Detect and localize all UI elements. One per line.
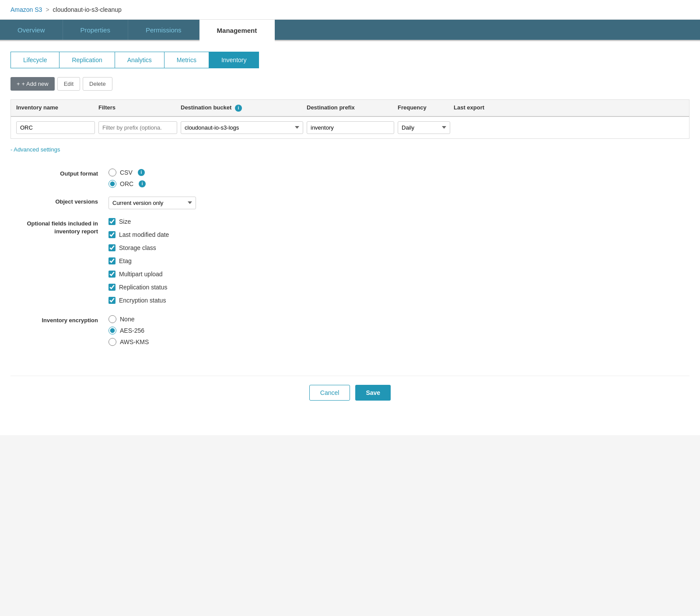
encryption-awskms-option[interactable]: AWS-KMS bbox=[108, 338, 690, 346]
field-encryption-status-option[interactable]: Encryption status bbox=[108, 297, 690, 304]
output-format-csv-radio[interactable] bbox=[108, 169, 116, 176]
advanced-settings-toggle[interactable]: - Advanced settings bbox=[10, 146, 60, 153]
field-etag-checkbox[interactable] bbox=[108, 257, 116, 264]
encryption-aes256-radio[interactable] bbox=[108, 327, 116, 334]
object-versions-select[interactable]: Current version only All versions bbox=[108, 197, 196, 209]
object-versions-label: Object versions bbox=[10, 197, 98, 205]
output-format-orc-option[interactable]: ORC i bbox=[108, 180, 690, 188]
destination-bucket-cell: cloudonaut-io-s3-logs bbox=[181, 121, 303, 134]
breadcrumb-parent-link[interactable]: Amazon S3 bbox=[10, 6, 42, 13]
content-area: Lifecycle Replication Analytics Metrics … bbox=[0, 41, 700, 435]
encryption-aes256-label: AES-256 bbox=[120, 327, 144, 334]
orc-info-icon[interactable]: i bbox=[139, 180, 146, 187]
table-row: cloudonaut-io-s3-logs Daily Weekly bbox=[10, 117, 690, 139]
field-storage-class-label: Storage class bbox=[119, 244, 156, 251]
plus-icon: + bbox=[17, 81, 20, 87]
subtab-lifecycle[interactable]: Lifecycle bbox=[10, 52, 60, 68]
tab-permissions[interactable]: Permissions bbox=[128, 20, 200, 40]
field-etag-option[interactable]: Etag bbox=[108, 257, 690, 264]
advanced-panel: Output format CSV i ORC i Object version… bbox=[10, 162, 690, 362]
save-button[interactable]: Save bbox=[355, 385, 391, 401]
subtab-analytics[interactable]: Analytics bbox=[115, 52, 164, 68]
object-versions-row: Object versions Current version only All… bbox=[10, 197, 690, 209]
field-size-option[interactable]: Size bbox=[108, 218, 690, 225]
encryption-awskms-label: AWS-KMS bbox=[120, 338, 149, 345]
optional-fields-label: Optional fields included ininventory rep… bbox=[10, 218, 98, 236]
field-size-label: Size bbox=[119, 218, 131, 225]
field-last-modified-checkbox[interactable] bbox=[108, 231, 116, 238]
main-tabs: Overview Properties Permissions Manageme… bbox=[0, 20, 700, 41]
encryption-awskms-radio[interactable] bbox=[108, 338, 116, 346]
col-filters: Filters bbox=[98, 104, 177, 112]
frequency-select[interactable]: Daily Weekly bbox=[398, 121, 450, 134]
field-last-modified-option[interactable]: Last modified date bbox=[108, 231, 690, 238]
field-multipart-label: Multipart upload bbox=[119, 271, 163, 278]
object-versions-content: Current version only All versions bbox=[108, 197, 690, 209]
subtab-inventory[interactable]: Inventory bbox=[209, 52, 259, 68]
breadcrumb: Amazon S3 > cloudonaut-io-s3-cleanup bbox=[0, 0, 700, 20]
edit-button[interactable]: Edit bbox=[57, 77, 80, 91]
breadcrumb-separator: > bbox=[46, 6, 49, 13]
col-frequency: Frequency bbox=[398, 104, 450, 112]
output-format-orc-radio[interactable] bbox=[108, 180, 116, 188]
inventory-encryption-label: Inventory encryption bbox=[10, 315, 98, 324]
add-new-label: + Add new bbox=[22, 81, 49, 87]
field-encryption-status-checkbox[interactable] bbox=[108, 297, 116, 304]
col-last-export: Last export bbox=[454, 104, 497, 112]
output-format-row: Output format CSV i ORC i bbox=[10, 169, 690, 188]
delete-button[interactable]: Delete bbox=[83, 77, 112, 91]
inventory-encryption-options: None AES-256 AWS-KMS bbox=[108, 315, 690, 346]
filters-input[interactable] bbox=[98, 121, 177, 134]
cancel-button[interactable]: Cancel bbox=[309, 385, 350, 401]
subtab-replication[interactable]: Replication bbox=[59, 52, 115, 68]
field-storage-class-checkbox[interactable] bbox=[108, 244, 116, 251]
filters-cell bbox=[98, 121, 177, 134]
breadcrumb-current: cloudonaut-io-s3-cleanup bbox=[53, 6, 122, 13]
col-destination-bucket: Destination bucket i bbox=[181, 104, 303, 112]
orc-label: ORC bbox=[120, 180, 133, 187]
tab-management[interactable]: Management bbox=[200, 20, 275, 41]
col-destination-prefix: Destination prefix bbox=[307, 104, 394, 112]
inventory-encryption-row: Inventory encryption None AES-256 AWS-KM… bbox=[10, 315, 690, 346]
subtab-metrics[interactable]: Metrics bbox=[164, 52, 209, 68]
destination-prefix-cell bbox=[307, 121, 394, 134]
field-multipart-checkbox[interactable] bbox=[108, 271, 116, 278]
encryption-aes256-option[interactable]: AES-256 bbox=[108, 327, 690, 334]
destination-bucket-info-icon[interactable]: i bbox=[235, 105, 242, 112]
tab-properties[interactable]: Properties bbox=[63, 20, 128, 40]
encryption-none-option[interactable]: None bbox=[108, 315, 690, 323]
toolbar: + + Add new Edit Delete bbox=[10, 77, 690, 91]
frequency-cell: Daily Weekly bbox=[398, 121, 450, 134]
field-multipart-option[interactable]: Multipart upload bbox=[108, 271, 690, 278]
add-new-button[interactable]: + + Add new bbox=[10, 77, 55, 91]
csv-info-icon[interactable]: i bbox=[138, 169, 145, 176]
inventory-name-input[interactable] bbox=[16, 121, 95, 134]
destination-prefix-input[interactable] bbox=[307, 121, 394, 134]
inventory-name-cell bbox=[16, 121, 95, 134]
field-encryption-status-label: Encryption status bbox=[119, 297, 166, 304]
encryption-none-radio[interactable] bbox=[108, 315, 116, 323]
field-etag-label: Etag bbox=[119, 257, 132, 264]
field-storage-class-option[interactable]: Storage class bbox=[108, 244, 690, 251]
destination-bucket-select[interactable]: cloudonaut-io-s3-logs bbox=[181, 121, 303, 134]
col-inventory-name: Inventory name bbox=[16, 104, 95, 112]
sub-tabs: Lifecycle Replication Analytics Metrics … bbox=[10, 52, 690, 68]
optional-fields-row: Optional fields included ininventory rep… bbox=[10, 218, 690, 306]
field-size-checkbox[interactable] bbox=[108, 218, 116, 225]
output-format-csv-option[interactable]: CSV i bbox=[108, 169, 690, 176]
csv-label: CSV bbox=[120, 169, 133, 176]
actions-bar: Cancel Save bbox=[10, 376, 690, 401]
tab-overview[interactable]: Overview bbox=[0, 20, 63, 40]
output-format-label: Output format bbox=[10, 169, 98, 177]
field-replication-status-checkbox[interactable] bbox=[108, 284, 116, 291]
output-format-options: CSV i ORC i bbox=[108, 169, 690, 188]
encryption-none-label: None bbox=[120, 316, 134, 323]
field-last-modified-label: Last modified date bbox=[119, 231, 169, 238]
field-replication-status-label: Replication status bbox=[119, 284, 168, 291]
table-header: Inventory name Filters Destination bucke… bbox=[10, 99, 690, 117]
field-replication-status-option[interactable]: Replication status bbox=[108, 284, 690, 291]
optional-fields-content: Size Last modified date Storage class Et… bbox=[108, 218, 690, 306]
